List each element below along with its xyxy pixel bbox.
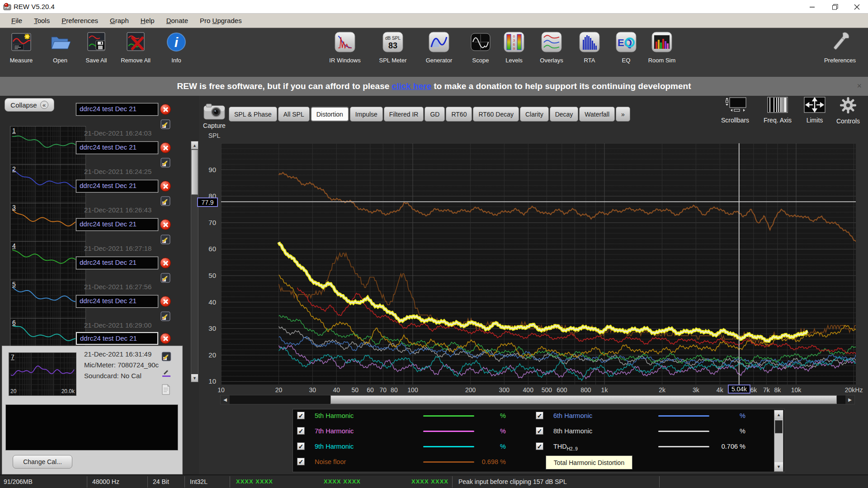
tab-all-spl[interactable]: All SPL [278,107,310,122]
legend-checkbox-6th-harmonic[interactable]: ✓ [536,412,543,419]
legend-checkbox-noise-floor[interactable]: ✓ [297,458,305,465]
restore-button[interactable] [825,0,845,14]
rename-measurement-icon[interactable] [160,311,170,321]
graph-control-freqaxis[interactable]: Freq. Axis [757,97,798,124]
input-level-meter: XXXX XXXXXXXX XXXXXXXX XXXX [236,478,448,485]
tab-decay[interactable]: Decay [550,107,579,122]
limits-label: Limits [807,117,823,124]
legend-scroll-up-icon[interactable]: ▲ [774,410,783,419]
legend-checkbox-7th-harmonic[interactable]: ✓ [297,427,305,435]
measurement-name-input[interactable]: ddrc24 test Dec 21 [76,141,158,154]
menu-item-graph[interactable]: Graph [105,15,134,26]
scrollbars-icon [723,97,747,115]
delete-measurement-icon[interactable] [160,142,171,153]
distortion-plot[interactable] [221,143,856,385]
close-button[interactable] [846,0,867,14]
toolbar-button-roomsim[interactable]: Room Sim [635,32,689,64]
capture-button[interactable] [203,103,225,120]
legend-label: 7th Harmonic [315,427,354,435]
change-cal-button[interactable]: Change Cal... [13,455,72,469]
measurement-notes-box[interactable] [5,404,178,450]
rename-measurement-icon[interactable] [160,196,170,206]
tab-filtered-ir[interactable]: Filtered IR [384,107,424,122]
legend-checkbox-8th-harmonic[interactable]: ✓ [536,427,543,435]
rename-measurement-icon[interactable] [160,273,170,283]
svg-text:0: 0 [513,34,515,38]
graph-tab-bar: SPL & PhaseAll SPLDistortionImpulseFilte… [229,107,630,122]
measurement-timestamp: 21-Dec-2021 16:24:03 [84,129,151,137]
measurement-thumbnail[interactable]: 5 [10,280,86,319]
rename-measurement-icon[interactable] [160,235,170,244]
trace-color-icon[interactable] [161,368,171,380]
measurement-thumbnail[interactable]: 3 [10,203,86,242]
tab-rt60[interactable]: RT60 [446,107,472,122]
measurement-name-input[interactable]: ddrc24 test Dec 21 [76,103,158,116]
legend-checkbox-5th-harmonic[interactable]: ✓ [297,412,305,419]
thd-tooltip: Total Harmonic Distortion [546,455,632,469]
legend-scroll-thumb[interactable] [775,420,783,433]
collapse-sidebar-button[interactable]: Collapse « [5,98,54,112]
menu-item-donate[interactable]: Donate [161,15,193,26]
legend-checkbox-thd[interactable]: ✓ [536,442,543,450]
measurement-name-input[interactable]: ddrc24 test Dec 21 [76,218,158,231]
banner-close-icon[interactable]: × [857,81,862,91]
menu-item-file[interactable]: File [6,15,27,26]
scroll-left-icon[interactable]: ◀ [221,395,230,404]
h-scroll-thumb[interactable] [330,395,837,404]
overlays-icon [541,32,562,54]
selected-measurement-thumbnail[interactable]: 72020.0k [9,352,76,396]
tab-waterfall[interactable]: Waterfall [579,107,615,122]
save-rename-icon[interactable] [161,352,171,363]
graph-control-scrollbars[interactable]: Scrollbars [714,97,756,124]
measurement-sparkline [10,165,85,205]
sidebar-scrollbar[interactable]: ▲ ▼ [191,141,198,382]
rename-measurement-icon[interactable] [160,158,170,168]
rename-measurement-icon[interactable] [160,119,170,129]
tab-gd[interactable]: GD [425,107,445,122]
y-tick-50: 50 [197,272,216,279]
tab-impulse[interactable]: Impulse [350,107,383,122]
delete-measurement-icon[interactable] [160,258,171,268]
graph-control-controls[interactable]: Controls [827,97,868,125]
donation-link[interactable]: click here [392,81,432,91]
measurement-name-input[interactable]: ddrc24 test Dec 21 [76,257,158,269]
delete-measurement-icon[interactable] [160,333,171,344]
measurement-name-input[interactable]: ddrc24 test Dec 21 [76,295,158,308]
delete-measurement-icon[interactable] [160,181,171,192]
menu-item-tools[interactable]: Tools [29,15,55,26]
toolbar-button-preferences[interactable]: Preferences [813,32,867,64]
minimize-button[interactable] [802,0,823,14]
scroll-right-icon[interactable]: ▶ [845,395,854,404]
x-tick-7k: 7k [763,386,770,394]
notes-icon[interactable] [161,384,170,397]
tab-distortion[interactable]: Distortion [311,107,349,122]
status-sample-rate: 48000 Hz [92,478,119,485]
legend-checkbox-9th-harmonic[interactable]: ✓ [297,442,305,450]
tab-clarity[interactable]: Clarity [520,107,549,122]
delete-measurement-icon[interactable] [160,104,171,115]
menu-item-pro-upgrades[interactable]: Pro Upgrades [195,15,247,26]
delete-measurement-icon[interactable] [160,296,171,307]
measurement-name-input[interactable]: ddrc24 test Dec 21 [76,180,158,192]
legend-scrollbar[interactable]: ▲ ▼ [774,410,783,472]
tab--[interactable]: » [616,107,630,122]
legend-value: 0.698 % [465,458,506,465]
tab-spl-phase[interactable]: SPL & Phase [229,107,277,122]
measurement-thumbnail[interactable]: 2 [10,164,86,203]
measurement-name-input-selected[interactable]: ddrc24 test Dec 21 [76,332,158,345]
measurement-thumbnail[interactable]: 4 [10,241,86,280]
sidebar-scroll-up-icon[interactable]: ▲ [191,141,198,149]
legend-label: 9th Harmonic [315,443,354,450]
plot-h-scrollbar[interactable]: ◀ ▶ [220,395,855,404]
menu-item-preferences[interactable]: Preferences [57,15,103,26]
thumb-freq-max: 20.0k [61,388,75,394]
toolbar-label-preferences: Preferences [824,57,856,64]
delete-measurement-icon[interactable] [160,219,171,230]
tab-rt60-decay[interactable]: RT60 Decay [473,107,519,122]
toolbar-button-irwindows[interactable]: IR Windows [318,32,372,64]
menu-item-help[interactable]: Help [136,15,160,26]
measurement-thumbnail[interactable]: 1 [10,126,86,165]
toolbar-button-info[interactable]: iInfo [149,32,203,64]
legend-scroll-down-icon[interactable]: ▼ [774,462,783,471]
thumb-freq-min: 20 [10,388,16,394]
